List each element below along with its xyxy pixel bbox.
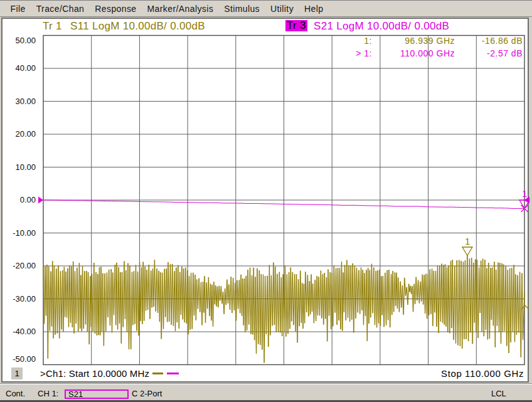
marker-readout-row-2: > 1: 110.000 GHz -2.57 dB [0,48,532,58]
y-axis-tick-label: 50.00 [3,36,36,45]
marker2-value: -2.57 dB [466,48,523,58]
marker2-frequency: 110.000 GHz [373,48,455,58]
trace1-legend-dash [152,373,163,374]
calibration-status: C 2-Port [132,389,162,398]
trace3-params: S21 LogM 10.00dB/ 0.00dB [314,20,449,31]
marker2-label: > 1: [322,48,372,58]
channel-status: CH 1: [38,389,58,398]
trace3-legend-dash [167,373,179,374]
y-axis-tick-label: -40.00 [3,327,36,336]
y-axis-tick-label: -50.00 [3,354,36,364]
marker1-frequency: 96.939 GHz [373,36,455,46]
marker-triangle [462,247,472,256]
trace3-tab-active[interactable]: Tr 3 [285,20,307,31]
sparameter-chart: 11 [0,0,532,402]
y-axis-tick-label: 0.00 [3,195,36,204]
y-axis-tick-label: -30.00 [3,294,36,304]
status-bar: Cont. CH 1: S21 C 2-Port LCL [0,384,532,400]
sweep-stop-label: Stop 110.000 GHz [441,368,524,379]
y-axis-tick-label: 10.00 [3,162,36,172]
sweep-mode-status: Cont. [6,389,25,398]
marker1-value: -16.86 dB [466,36,523,46]
pna-application-window: File Trace/Chan Response Marker/Analysis… [0,0,532,402]
y-axis-tick-label: 40.00 [3,63,36,73]
trace1-params: S11 LogM 10.00dB/ 0.00dB [70,20,205,31]
trace1-tab[interactable]: Tr 1 [43,20,62,31]
y-axis-tick-label: -10.00 [3,228,36,238]
channel-number-button[interactable]: 1 [11,368,23,379]
measurement-select[interactable]: S21 [65,389,129,399]
y-axis-tick-label: -20.00 [3,261,36,270]
lcl-mode-status: LCL [491,389,506,398]
reference-level-indicator-left [38,197,43,204]
y-axis-tick-label: 20.00 [3,129,36,139]
marker-readout-row-1: 1: 96.939 GHz -16.86 dB [0,36,532,45]
marker1-label: 1: [322,36,372,46]
y-axis-tick-label: 30.00 [3,97,36,106]
marker-number-label: 1 [465,236,470,246]
marker-number-label: 1 [522,188,527,199]
sweep-start-label: >Ch1: Start 10.0000 MHz [40,368,149,379]
